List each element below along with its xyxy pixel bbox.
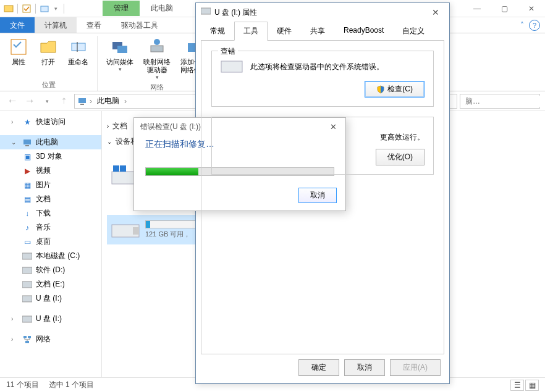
open-button[interactable]: 打开: [35, 36, 62, 79]
sidebar-item-desktop[interactable]: ▭桌面: [0, 235, 101, 249]
svg-rect-8: [151, 46, 163, 52]
close-button[interactable]: ✕: [518, 0, 545, 17]
drive-icon: [22, 280, 32, 290]
tab-hardware[interactable]: 硬件: [268, 22, 301, 41]
map-network-button[interactable]: 映射网络 驱动器 ▾: [140, 36, 174, 81]
tab-drivetools[interactable]: 驱动器工具: [111, 17, 168, 33]
chevron-right-icon[interactable]: ›: [11, 315, 19, 322]
chevron-right-icon[interactable]: ›: [11, 336, 19, 343]
tab-custom[interactable]: 自定义: [393, 22, 434, 41]
properties-close-button[interactable]: ✕: [427, 5, 444, 20]
nav-history-button[interactable]: ▾: [40, 94, 54, 109]
usb-drive-icon: [111, 219, 140, 241]
pc-icon: [77, 96, 87, 106]
tab-tools[interactable]: 工具: [234, 22, 268, 41]
tab-sharing[interactable]: 共享: [301, 22, 334, 41]
view-details-button[interactable]: ☰: [510, 380, 524, 391]
sidebar-item-pictures[interactable]: ▦图片: [0, 178, 101, 192]
maximize-button[interactable]: ▢: [491, 0, 518, 17]
status-selected-count: 选中 1 个项目: [49, 380, 94, 390]
tab-view[interactable]: 查看: [77, 17, 111, 33]
svg-rect-20: [22, 316, 32, 322]
sidebar-item-downloads[interactable]: ↓下载: [0, 206, 101, 220]
sidebar-item-docsE[interactable]: 文档 (E:): [0, 277, 101, 291]
properties-icon: [9, 37, 28, 57]
svg-rect-2: [41, 6, 48, 12]
qat-icon-2[interactable]: [40, 4, 49, 14]
sidebar-item-thispc[interactable]: ⌄ 此电脑: [0, 135, 101, 149]
breadcrumb-thispc[interactable]: 此电脑: [95, 94, 122, 107]
view-icons-button[interactable]: ▦: [525, 380, 539, 391]
nav-up-button[interactable]: 🠑: [57, 94, 72, 109]
chevron-right-icon[interactable]: ›: [107, 123, 109, 130]
sidebar-item-music[interactable]: ♪音乐: [0, 220, 101, 235]
svg-rect-25: [113, 165, 119, 172]
help-icon[interactable]: ?: [529, 20, 540, 31]
svg-rect-28: [133, 227, 139, 235]
media-icon: [110, 37, 130, 57]
sidebar-item-3dobjects[interactable]: ▣3D 对象: [0, 149, 101, 164]
errorcheck-title: 错误检查(U 盘 (I:)): [140, 122, 201, 132]
tab-general[interactable]: 常规: [201, 22, 234, 41]
nav-forward-button[interactable]: 🠒: [22, 94, 37, 109]
cancel-button[interactable]: 取消: [344, 359, 385, 376]
svg-rect-13: [80, 104, 84, 105]
nav-back-button[interactable]: 🠐: [5, 94, 20, 109]
navigation-sidebar: › ★ 快速访问 ⌄ 此电脑 ▣3D 对象 ▶视频 ▦图片 ▤文档 ↓下载 ♪音…: [0, 111, 102, 377]
tab-file[interactable]: 文件: [0, 17, 35, 33]
rename-button[interactable]: 重命名: [64, 36, 92, 79]
properties-title: U 盘 (I:) 属性: [214, 7, 257, 18]
svg-rect-23: [25, 341, 29, 343]
ribbon-collapse-icon[interactable]: ˄: [520, 21, 524, 30]
sidebar-item-usbI-root[interactable]: ›U 盘 (I:): [0, 312, 101, 326]
chevron-right-icon[interactable]: ›: [90, 97, 92, 106]
chevron-down-icon[interactable]: ⌄: [107, 138, 112, 145]
shield-icon: [376, 85, 385, 94]
chevron-right-icon[interactable]: ›: [11, 119, 19, 125]
svg-rect-16: [22, 253, 32, 259]
sidebar-item-usbI[interactable]: U 盘 (I:): [0, 291, 101, 306]
properties-tabs: 常规 工具 硬件 共享 ReadyBoost 自定义: [196, 22, 449, 41]
svg-rect-17: [22, 267, 32, 273]
check-button[interactable]: 检查(C): [365, 81, 425, 98]
status-item-count: 11 个项目: [6, 380, 39, 390]
search-box[interactable]: 🔍: [460, 94, 540, 109]
qat-icon[interactable]: [22, 4, 32, 14]
context-tab-manage[interactable]: 管理: [103, 1, 140, 16]
svg-rect-14: [23, 140, 31, 144]
ribbon-group-network-label: 网络: [150, 81, 164, 93]
svg-rect-3: [11, 40, 26, 54]
optimize-button[interactable]: 优化(O): [376, 149, 425, 165]
fieldset-legend-check: 查错: [218, 46, 238, 57]
optimize-description-tail: 更高效运行。: [221, 132, 425, 143]
ok-button[interactable]: 确定: [298, 359, 339, 376]
sidebar-item-localC[interactable]: 本地磁盘 (C:): [0, 249, 101, 263]
access-media-button[interactable]: 访问媒体 ▾: [103, 36, 137, 81]
sidebar-item-quickaccess[interactable]: › ★ 快速访问: [0, 115, 101, 129]
sidebar-item-documents[interactable]: ▤文档: [0, 192, 101, 206]
tab-readyboost[interactable]: ReadyBoost: [334, 22, 393, 41]
qat-dropdown-icon[interactable]: ▾: [52, 6, 60, 12]
properties-button[interactable]: 属性: [5, 36, 32, 79]
download-icon: ↓: [22, 209, 32, 219]
svg-rect-21: [23, 336, 27, 338]
svg-rect-30: [221, 61, 242, 72]
rename-icon: [69, 37, 88, 57]
fieldset-optimize: 更高效运行。 优化(O): [211, 117, 434, 175]
properties-titlebar[interactable]: U 盘 (I:) 属性 ✕: [196, 3, 449, 22]
svg-rect-18: [22, 281, 32, 288]
sidebar-item-network[interactable]: ›网络: [0, 332, 101, 346]
sidebar-item-videos[interactable]: ▶视频: [0, 164, 101, 178]
cube-icon: ▣: [22, 152, 32, 162]
minimize-button[interactable]: —: [463, 0, 491, 17]
chevron-down-icon: ▾: [156, 74, 159, 80]
tab-computer[interactable]: 计算机: [35, 17, 77, 33]
document-icon: ▤: [22, 194, 32, 204]
sidebar-item-softD[interactable]: 软件 (D:): [0, 263, 101, 277]
chevron-right-icon[interactable]: ›: [124, 97, 127, 106]
svg-rect-4: [72, 43, 85, 51]
chevron-down-icon[interactable]: ⌄: [11, 139, 19, 146]
usb-drive-icon: [201, 7, 211, 17]
apply-button[interactable]: 应用(A): [390, 359, 441, 376]
search-input[interactable]: [464, 96, 545, 107]
